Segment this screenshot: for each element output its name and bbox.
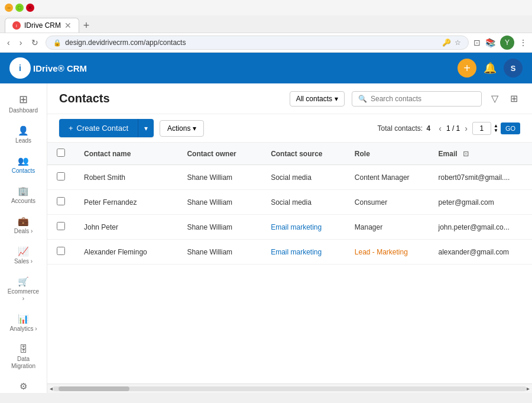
sidebar-item-ecommerce[interactable]: 🛒 Ecommerce › (3, 271, 44, 308)
sidebar-item-analytics[interactable]: 📊 Analytics › (3, 308, 44, 338)
pagination-pages: 1 / 1 (446, 124, 460, 133)
th-role-label: Role (355, 150, 370, 158)
th-contact-name: Contact name (74, 143, 177, 165)
maximize-btn[interactable]: □ (15, 4, 24, 12)
table-header-row: Contact name Contact owner Contact sourc… (47, 143, 532, 165)
filter-icon-btn[interactable]: ▽ (489, 91, 501, 107)
row-email-3: alexander@gmail.com (429, 240, 532, 265)
create-contact-dropdown-btn[interactable]: ▾ (138, 119, 154, 137)
logo-icon: i (9, 57, 31, 79)
contacts-table: Contact name Contact owner Contact sourc… (47, 143, 532, 265)
sidebar-item-dashboard[interactable]: ⊞ Dashboard (3, 88, 44, 120)
page-header: Contacts All contacts ▾ 🔍 ▽ ⊞ (47, 83, 532, 114)
scroll-thumb[interactable] (59, 386, 129, 391)
table-body: Robert Smith Shane William Social media … (47, 165, 532, 265)
create-contact-group: + Create Contact ▾ (59, 119, 154, 137)
filter-dropdown-icon: ▾ (335, 95, 338, 103)
table-row: Peter Fernandez Shane William Social med… (47, 190, 532, 215)
pagination-info: Total contacts: 4 (378, 124, 431, 133)
sidebar-item-deals[interactable]: 💼 Deals › (3, 211, 44, 241)
th-email: Email ⊡ (429, 143, 532, 165)
extensions-btn[interactable]: ⊡ (473, 38, 481, 47)
back-btn[interactable]: ‹ (5, 37, 12, 49)
go-btn[interactable]: GO (501, 122, 520, 134)
row-role-1: Consumer (345, 190, 429, 215)
sidebar-label-data-migration: Data Migration (7, 356, 41, 370)
sidebar-item-settings[interactable]: ⚙ Settings › (3, 376, 44, 393)
th-contact-source-label: Contact source (271, 150, 322, 158)
row-owner-0: Shane William (177, 165, 261, 190)
next-page-btn[interactable]: › (462, 122, 470, 134)
expand-columns-icon[interactable]: ⊡ (463, 150, 469, 158)
address-actions: ⊡ 📚 Y ⋮ (473, 36, 527, 50)
row-name-1: Peter Fernandez (74, 190, 177, 215)
bookmark-btn[interactable]: 📚 (485, 38, 495, 47)
page-number-input[interactable] (472, 122, 491, 135)
scroll-track[interactable] (53, 386, 527, 391)
row-name-2: John Peter (74, 215, 177, 240)
row-checkbox-cell (47, 240, 74, 265)
sidebar-item-accounts[interactable]: 🏢 Accounts (3, 180, 44, 211)
row-checkbox-2[interactable] (57, 222, 65, 230)
row-checkbox-0[interactable] (57, 172, 65, 180)
row-role-2: Manager (345, 215, 429, 240)
th-contact-owner-label: Contact owner (187, 150, 236, 158)
notification-btn[interactable]: 🔔 (484, 62, 497, 75)
scroll-right-btn[interactable]: ▸ (527, 385, 530, 392)
star-icon[interactable]: ☆ (455, 38, 461, 47)
sidebar-label-analytics: Analytics › (9, 325, 37, 333)
th-contact-source: Contact source (261, 143, 345, 165)
url-bar[interactable]: 🔒 design.devidrivecrm.com/app/contacts 🔑… (46, 36, 469, 50)
row-checkbox-1[interactable] (57, 197, 65, 205)
sales-icon: 📈 (18, 247, 29, 256)
tab-title: IDrive CRM (24, 21, 61, 30)
user-avatar[interactable]: S (504, 59, 523, 78)
add-new-btn[interactable]: + (458, 59, 476, 78)
create-label: Create Contact (77, 124, 128, 133)
total-contacts-label: Total contacts: (378, 124, 423, 133)
minimize-btn[interactable]: – (5, 4, 13, 12)
prev-page-btn[interactable]: ‹ (436, 122, 444, 134)
tab-close-btn[interactable]: ✕ (64, 21, 72, 30)
settings-icon: ⚙ (20, 382, 27, 391)
leads-icon: 👤 (18, 126, 29, 135)
sidebar-item-sales[interactable]: 📈 Sales › (3, 241, 44, 271)
sidebar-item-data-migration[interactable]: 🗄 Data Migration (3, 338, 44, 376)
th-role: Role (345, 143, 429, 165)
browser-user-avatar[interactable]: Y (500, 36, 514, 50)
menu-btn[interactable]: ⋮ (519, 38, 527, 47)
close-btn[interactable]: ✕ (26, 4, 34, 12)
sidebar-item-leads[interactable]: 👤 Leads (3, 120, 44, 150)
address-bar: ‹ › ↻ 🔒 design.devidrivecrm.com/app/cont… (0, 33, 532, 52)
main-layout: ⊞ Dashboard 👤 Leads 👥 Contacts 🏢 Account… (0, 83, 532, 393)
active-tab[interactable]: i IDrive CRM ✕ (5, 18, 79, 33)
th-email-label: Email (439, 150, 458, 158)
forward-btn[interactable]: › (17, 37, 25, 49)
grid-view-btn[interactable]: ⊞ (508, 91, 520, 107)
row-source-0: Social media (261, 165, 345, 190)
row-checkbox-cell (47, 190, 74, 215)
new-tab-btn[interactable]: + (79, 18, 93, 33)
reload-btn[interactable]: ↻ (29, 37, 41, 49)
page-stepper[interactable]: ▲ ▼ (494, 124, 498, 133)
url-bar-icons: 🔑 ☆ (442, 38, 461, 47)
create-contact-btn[interactable]: + Create Contact (59, 119, 138, 137)
horizontal-scrollbar: ◂ ▸ (47, 383, 532, 393)
search-input[interactable] (371, 95, 475, 103)
deals-icon: 💼 (18, 217, 29, 225)
contacts-filter-btn[interactable]: All contacts ▾ (290, 91, 345, 107)
tab-bar: i IDrive CRM ✕ + (0, 15, 532, 33)
row-email-0: robert07smit@gmail.... (429, 165, 532, 190)
search-box[interactable]: 🔍 (352, 91, 482, 107)
th-contact-owner: Contact owner (177, 143, 261, 165)
sidebar-item-contacts[interactable]: 👥 Contacts (3, 150, 44, 180)
window-controls: – □ ✕ (5, 4, 34, 12)
sidebar-label-ecommerce: Ecommerce › (7, 288, 41, 302)
logo: i IDrive® CRM (9, 57, 87, 79)
actions-btn[interactable]: Actions ▾ (160, 120, 204, 137)
pagination-controls: ‹ 1 / 1 › ▲ ▼ GO (436, 122, 520, 135)
row-source-1: Social media (261, 190, 345, 215)
row-checkbox-3[interactable] (57, 247, 65, 255)
select-all-checkbox[interactable] (57, 149, 65, 157)
sidebar-label-contacts: Contacts (12, 167, 35, 175)
